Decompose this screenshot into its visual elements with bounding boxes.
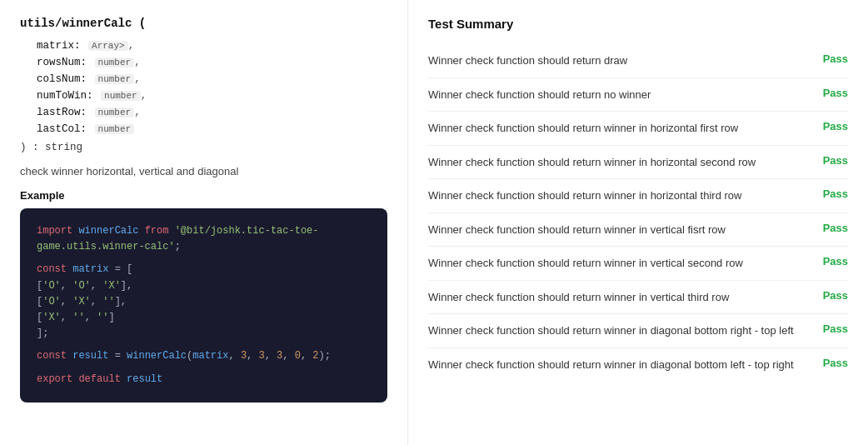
test-description: Winner check function should return winn… — [428, 120, 813, 137]
param-name: lastCol: — [37, 123, 87, 135]
param-name: rowsNum: — [37, 57, 87, 68]
test-description: Winner check function should return no w… — [428, 87, 813, 103]
param-comma: , — [128, 40, 135, 52]
code-line: export default result — [37, 372, 371, 388]
test-item: Winner check function should return winn… — [428, 179, 848, 213]
test-description: Winner check function should return winn… — [428, 188, 813, 204]
test-status: Pass — [823, 120, 848, 132]
left-panel: utils/winnerCalc ( matrix: Array>,rowsNu… — [0, 0, 408, 445]
code-blank-line — [37, 365, 371, 372]
test-summary-title: Test Summary — [428, 17, 848, 31]
test-item: Winner check function should return winn… — [428, 314, 848, 348]
code-blank-line — [37, 255, 371, 262]
param-type: number — [95, 124, 135, 134]
test-status: Pass — [823, 52, 848, 65]
test-item: Winner check function should return winn… — [428, 247, 848, 281]
param-type: number — [101, 91, 141, 101]
test-description: Winner check function should return winn… — [428, 255, 813, 272]
test-status: Pass — [823, 357, 848, 369]
test-description: Winner check function should return winn… — [428, 222, 813, 238]
param-row: rowsNum: number, — [37, 57, 387, 68]
test-status: Pass — [823, 322, 848, 335]
param-comma: , — [134, 73, 141, 85]
code-line: const result = winnerCalc(matrix, 3, 3, … — [37, 348, 371, 364]
code-line: import winnerCalc from '@bit/joshk.tic-t… — [37, 223, 371, 255]
test-item: Winner check function should return no w… — [428, 78, 848, 112]
param-name: matrix: — [37, 40, 81, 52]
param-name: numToWin: — [37, 90, 93, 102]
param-type: Array> — [88, 41, 128, 51]
param-comma: , — [141, 90, 147, 102]
param-row: lastRow: number, — [37, 107, 387, 118]
param-name: lastRow: — [37, 107, 87, 118]
test-status: Pass — [823, 255, 848, 268]
code-line: ['O', 'X', ''], — [37, 294, 371, 310]
test-item: Winner check function should return winn… — [428, 146, 848, 180]
code-line: ]; — [37, 326, 371, 342]
tests-list: Winner check function should return draw… — [428, 44, 848, 381]
test-item: Winner check function should return winn… — [428, 348, 848, 382]
test-status: Pass — [823, 289, 848, 302]
return-line: ) : string — [20, 142, 387, 153]
param-type: number — [95, 58, 135, 68]
test-status: Pass — [823, 188, 848, 200]
param-row: numToWin: number, — [37, 90, 387, 102]
param-row: colsNum: number, — [37, 73, 387, 85]
code-line: ['X', '', ''] — [37, 310, 371, 326]
param-type: number — [95, 108, 135, 118]
test-item: Winner check function should return winn… — [428, 281, 848, 315]
code-block: import winnerCalc from '@bit/joshk.tic-t… — [20, 208, 387, 402]
code-blank-line — [37, 342, 371, 348]
test-item: Winner check function should return draw… — [428, 44, 848, 78]
right-panel: Test Summary Winner check function shoul… — [408, 0, 868, 445]
params-list: matrix: Array>,rowsNum: number,colsNum: … — [20, 40, 387, 135]
test-status: Pass — [823, 87, 848, 99]
code-line: ['O', 'O', 'X'], — [37, 278, 371, 294]
test-description: Winner check function should return winn… — [428, 322, 813, 339]
test-description: Winner check function should return draw — [428, 52, 813, 69]
function-description: check winner horizontal, vertical and di… — [20, 165, 387, 178]
test-status: Pass — [823, 154, 848, 167]
param-comma: , — [134, 107, 141, 118]
test-description: Winner check function should return winn… — [428, 357, 813, 373]
test-description: Winner check function should return winn… — [428, 289, 813, 306]
param-comma: , — [134, 57, 141, 68]
test-status: Pass — [823, 222, 848, 234]
param-row: lastCol: number — [37, 123, 387, 135]
test-item: Winner check function should return winn… — [428, 112, 848, 146]
param-type: number — [95, 74, 135, 84]
test-item: Winner check function should return winn… — [428, 213, 848, 248]
param-name: colsNum: — [37, 73, 87, 85]
code-line: const matrix = [ — [37, 262, 371, 278]
function-title: utils/winnerCalc ( — [20, 17, 387, 30]
test-description: Winner check function should return winn… — [428, 154, 813, 171]
example-label: Example — [20, 189, 387, 202]
param-row: matrix: Array>, — [37, 40, 387, 52]
